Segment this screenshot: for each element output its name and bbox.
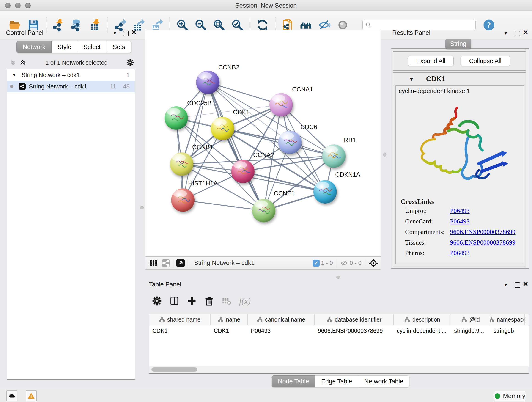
left-splitter-handle[interactable] <box>140 206 144 209</box>
crosslink-link[interactable]: P06493 <box>450 249 470 257</box>
search-input[interactable] <box>373 22 473 28</box>
column-header-id[interactable]: @id <box>451 314 490 325</box>
network-node-CDKN1A[interactable] <box>313 180 337 204</box>
right-splitter-handle[interactable] <box>383 153 386 157</box>
network-node-CDC6[interactable] <box>278 131 302 154</box>
table-panel-float-button[interactable] <box>515 282 520 288</box>
share-view-icon[interactable] <box>162 259 170 268</box>
tab-network[interactable]: Network <box>17 41 51 53</box>
control-panel-float-button[interactable] <box>123 31 128 36</box>
column-hierarchy-icon <box>159 317 165 322</box>
tab-select[interactable]: Select <box>77 41 107 53</box>
results-panel-menu-caret-icon[interactable]: ▾ <box>505 30 507 36</box>
memory-button[interactable]: Memory <box>494 391 526 401</box>
network-tree: ▼ String Network – cdk1 1 String Network… <box>7 69 135 380</box>
collapse-all-icon[interactable] <box>9 59 17 66</box>
entry-collapse-caret-icon[interactable]: ▼ <box>409 76 414 82</box>
control-panel-menu-caret-icon[interactable]: ▾ <box>114 30 116 36</box>
horizontal-splitter-handle[interactable] <box>336 276 340 279</box>
column-header-name[interactable]: name <box>210 314 248 325</box>
column-hierarchy-icon <box>490 317 494 322</box>
network-node-CCNB2[interactable] <box>196 70 220 94</box>
delete-column-button[interactable] <box>203 295 215 307</box>
crosslink-row: Compartments:9606.ENSP00000378699 <box>405 228 524 236</box>
network-node-CDK1[interactable] <box>211 117 234 140</box>
crosslink-row: GeneCard:P06493 <box>405 218 524 225</box>
create-column-button[interactable] <box>186 295 197 307</box>
column-header-sharedname[interactable]: shared name <box>149 314 210 325</box>
collapse-all-button[interactable]: Collapse All <box>461 56 510 66</box>
svg-text:?: ? <box>487 21 491 29</box>
network-node-CDC25B[interactable] <box>165 106 188 130</box>
network-node-CCNE1[interactable] <box>252 199 275 222</box>
column-header-canonicalname[interactable]: canonical name <box>248 314 315 325</box>
network-node-CCNA1[interactable] <box>269 93 293 116</box>
export-image-icon <box>151 19 164 32</box>
network-row[interactable]: String Network – cdk1 11 48 <box>7 81 135 92</box>
import-table-icon <box>89 19 102 32</box>
export-network-button[interactable] <box>114 18 127 32</box>
expand-all-button[interactable]: Expand All <box>408 56 454 66</box>
warning-icon <box>27 392 35 400</box>
help-button[interactable]: ? <box>482 18 496 32</box>
table-cell: CDK1 <box>149 327 210 334</box>
warnings-button[interactable] <box>26 390 37 401</box>
crosslink-link[interactable]: 9606.ENSP00000378699 <box>450 239 515 246</box>
network-node-CCNA2[interactable] <box>231 160 254 183</box>
collection-count: 1 <box>127 71 130 79</box>
import-database-button[interactable] <box>70 18 84 32</box>
crosslink-link[interactable]: 9606.ENSP00000378699 <box>450 228 515 236</box>
memory-label: Memory <box>503 393 525 400</box>
tab-style[interactable]: Style <box>51 41 77 53</box>
import-table-button[interactable] <box>89 18 102 32</box>
table-horizontal-scrollbar[interactable] <box>149 366 529 373</box>
gene-name: CDK1 <box>426 75 445 83</box>
show-columns-button[interactable] <box>169 295 180 307</box>
selected-nodes-checkbox-icon[interactable]: ✓ <box>313 260 320 267</box>
column-header-namespace[interactable]: namespace <box>490 314 525 325</box>
crosslink-link[interactable]: P06493 <box>450 207 470 215</box>
network-node-RB1[interactable] <box>322 144 346 168</box>
crosslink-link[interactable]: P06493 <box>450 218 470 225</box>
column-header-description[interactable]: description <box>394 314 451 325</box>
results-panel-float-button[interactable] <box>515 31 520 36</box>
tree-expand-caret-icon[interactable]: ▼ <box>12 72 17 78</box>
table-settings-button[interactable] <box>151 295 163 307</box>
table-panel-close-icon[interactable]: ✕ <box>523 280 528 288</box>
node-table[interactable]: shared namenamecanonical namedatabase id… <box>149 313 529 374</box>
tab-node-table[interactable]: Node Table <box>272 375 315 387</box>
network-edge[interactable] <box>183 200 264 211</box>
expand-all-icon[interactable] <box>19 59 27 66</box>
network-collection-row[interactable]: ▼ String Network – cdk1 1 <box>7 69 135 81</box>
current-network-bullet-icon <box>10 85 13 88</box>
network-edge[interactable] <box>208 82 264 211</box>
table-panel-menu-caret-icon[interactable]: ▾ <box>505 282 507 288</box>
results-panel-scrollbar[interactable] <box>526 49 529 268</box>
network-canvas[interactable]: CCNB2CCNA1CDC25BCDK1CDC6RB1CCNB1CCNA2CDK… <box>145 30 381 257</box>
table-row[interactable]: CDK1CDK1P064939606.ENSP00000378699cyclin… <box>149 325 529 336</box>
tab-string[interactable]: String <box>445 38 471 49</box>
table-type-tabs: Node TableEdge TableNetwork Table <box>272 375 409 387</box>
control-panel-close-icon[interactable]: ✕ <box>131 29 137 36</box>
tab-sets[interactable]: Sets <box>107 41 131 53</box>
window-title: Session: New Session <box>0 2 532 9</box>
hidden-items-eye-icon[interactable] <box>340 259 348 267</box>
import-network-button[interactable] <box>52 18 65 32</box>
scrollbar-thumb[interactable] <box>152 367 197 371</box>
string-document-share-icon <box>281 19 294 32</box>
node-count: 11 <box>110 83 116 90</box>
results-panel-close-icon[interactable]: ✕ <box>523 29 528 36</box>
results-panel-title: Results Panel <box>392 29 431 36</box>
gene-entry-header[interactable]: ▼ CDK1 <box>393 73 526 85</box>
birdseye-view-icon[interactable] <box>176 259 185 268</box>
tab-edge-table[interactable]: Edge Table <box>315 375 358 387</box>
network-node-HIST1H1A[interactable] <box>171 188 195 212</box>
search-box[interactable] <box>362 20 476 30</box>
column-header-databaseidentifier[interactable]: database identifier <box>315 314 394 325</box>
fit-content-crosshair-icon[interactable] <box>369 258 378 268</box>
network-node-CCNB1[interactable] <box>170 153 193 176</box>
network-options-gear-icon[interactable] <box>127 59 134 66</box>
cloud-status-button[interactable] <box>6 390 17 401</box>
grid-view-icon[interactable] <box>149 259 158 268</box>
tab-network-table[interactable]: Network Table <box>358 375 410 387</box>
